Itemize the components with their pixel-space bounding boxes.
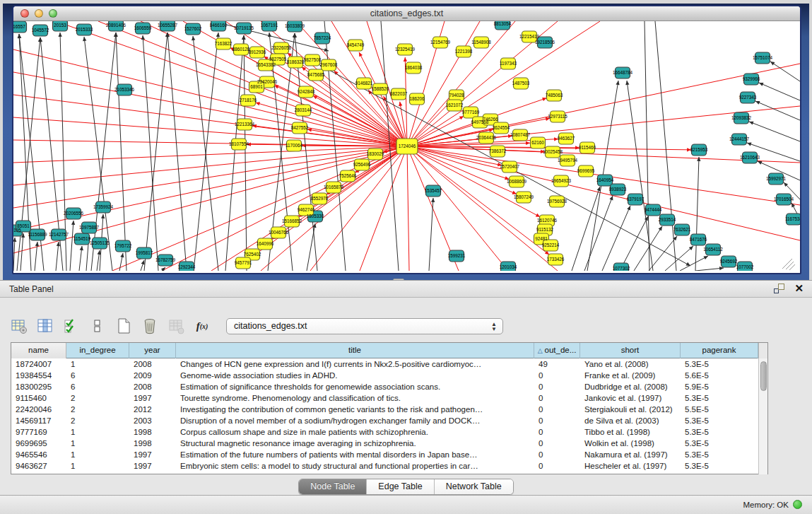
- graph-node-label: 1995817: [136, 250, 153, 255]
- graph-node-label: 10046766: [269, 230, 289, 235]
- graph-node-label: 85051: [17, 223, 30, 228]
- table-cell: 2: [66, 392, 129, 404]
- graph-node-label: 8466160: [210, 23, 228, 28]
- graph-node-label: 2015333: [76, 27, 93, 32]
- graph-node-label: 12973115: [548, 114, 567, 119]
- graph-node-label: 8475685: [307, 72, 325, 77]
- table-cell: 5.3E-5: [681, 460, 758, 472]
- graph-node-label: 11156889: [28, 232, 47, 237]
- memory-status-label: Memory: OK: [743, 501, 789, 509]
- function-builder-icon[interactable]: f(x): [193, 317, 211, 335]
- table-cell: 0: [534, 426, 580, 438]
- table-cell: 19384554: [11, 370, 66, 381]
- table-row[interactable]: 946554611997Estimation of the future num…: [11, 449, 767, 460]
- scrollbar-thumb[interactable]: [760, 361, 767, 391]
- table-row[interactable]: 977716911998Corpus callosum shape and si…: [11, 426, 767, 438]
- graph-node-label: 20364436: [476, 135, 497, 140]
- table-row[interactable]: 911546021997Tourette syndrome. Phenomeno…: [11, 392, 767, 404]
- graph-node-label: 1201034: [500, 264, 517, 269]
- table-row[interactable]: 946362711997Embryonic stem cells: a mode…: [11, 460, 767, 472]
- select-columns-icon[interactable]: [62, 317, 81, 335]
- table-cell: 2003: [129, 415, 176, 426]
- table-row[interactable]: 969969511998Structural magnetic resonanc…: [11, 438, 767, 449]
- graph-node-label: 1292344: [178, 264, 196, 269]
- graph-node-label: 9115132: [536, 227, 554, 232]
- create-column-icon[interactable]: [114, 317, 133, 335]
- graph-node-label: 746266: [483, 117, 498, 122]
- graph-node-label: 1640996: [257, 241, 274, 246]
- table-cell: 5.9E-5: [681, 381, 758, 392]
- table-toolbar: f(x) citations_edges.txt ▲▼: [10, 315, 503, 337]
- float-panel-icon[interactable]: [774, 284, 784, 293]
- graph-node-label: 15166852: [282, 218, 302, 223]
- graph-node-label: 7485063: [546, 93, 563, 98]
- column-header-title[interactable]: title: [176, 343, 534, 358]
- table-selector-dropdown[interactable]: citations_edges.txt ▲▼: [226, 318, 503, 334]
- graph-node-label: 2803144: [295, 107, 312, 112]
- table-cell: 0: [534, 370, 580, 381]
- graph-node-label: 1170064: [286, 143, 303, 148]
- import-table-icon[interactable]: [167, 317, 185, 335]
- close-panel-icon[interactable]: ✕: [794, 284, 804, 293]
- network-window: citations_edges.txt 16557104557220153201…: [12, 5, 801, 274]
- table-row[interactable]: 2242004622012Investigating the contribut…: [11, 404, 767, 415]
- table-cell: Yano et al. (2008): [580, 358, 681, 370]
- table-cell: 5.3E-5: [681, 426, 758, 438]
- graph-node-label: 6379197: [627, 197, 645, 201]
- row-height-icon[interactable]: [88, 317, 107, 335]
- graph-node-label: 1077002: [736, 264, 754, 269]
- graph-node-label: 1830029: [367, 151, 384, 156]
- tab-edge-table[interactable]: Edge Table: [367, 479, 434, 494]
- graph-node-label: 10165878: [324, 185, 344, 189]
- network-desktop: citations_edges.txt 16557104557220153201…: [3, 4, 809, 280]
- graph-node-label: 17016504: [774, 197, 794, 201]
- graph-node-label: 9462746: [298, 207, 315, 212]
- graph-node-label: 1487503: [512, 81, 530, 86]
- graph-node-label: 7632621: [673, 227, 691, 232]
- tab-node-table[interactable]: Node Table: [299, 479, 367, 494]
- network-canvas[interactable]: 1655710455722015320153332089140616065591…: [13, 21, 800, 271]
- graph-node-label: 8912936: [249, 49, 266, 54]
- graph-node-label: 9463627: [558, 136, 575, 141]
- table-cell: 0: [534, 381, 580, 392]
- table-cell: Disruption of a novel member of a sodium…: [176, 415, 534, 426]
- network-graph[interactable]: 1655710455722015320153332089140616065591…: [13, 21, 800, 271]
- table-cell: 6: [66, 370, 129, 381]
- network-window-titlebar[interactable]: citations_edges.txt: [13, 6, 800, 21]
- column-header-year[interactable]: year: [129, 343, 176, 358]
- table-cell: Tourette syndrome. Phenomenology and cla…: [176, 392, 534, 404]
- show-columns-icon[interactable]: [36, 317, 54, 335]
- table-cell: Estimation of significance thresholds fo…: [176, 381, 534, 392]
- table-cell: Nakamura et al. (1997): [580, 449, 681, 460]
- memory-status-icon[interactable]: [793, 500, 802, 509]
- node-table[interactable]: namein_degreeyeartitle△out_de...shortpag…: [11, 342, 768, 474]
- table-row[interactable]: 1456911722003Disruption of a novel membe…: [11, 415, 767, 426]
- table-mode-icon[interactable]: [10, 317, 28, 335]
- table-row[interactable]: 1938455462009Genome-wide association stu…: [11, 370, 767, 381]
- graph-node-label: 16648784: [613, 70, 633, 75]
- table-row[interactable]: 1830029562008Estimation of significance …: [11, 381, 767, 392]
- column-header-name[interactable]: name: [11, 343, 66, 358]
- graph-node-label: 7625402: [244, 252, 261, 257]
- graph-node-label: 12213364: [235, 122, 255, 127]
- graph-node-label: 18107554: [229, 141, 249, 146]
- graph-node-label: 20153: [54, 23, 66, 28]
- tab-network-table[interactable]: Network Table: [435, 479, 513, 494]
- column-header-in_degree[interactable]: in_degree: [66, 343, 129, 358]
- table-cell: 6: [66, 381, 129, 392]
- column-header-short[interactable]: short: [580, 343, 681, 358]
- graph-node-label: 23420046: [257, 79, 278, 84]
- graph-node-label: 9242848: [298, 89, 315, 94]
- delete-column-icon[interactable]: [141, 317, 159, 335]
- graph-node-label: 8215953: [690, 147, 708, 152]
- column-header-pagerank[interactable]: pagerank: [681, 343, 758, 358]
- table-vertical-scrollbar[interactable]: [758, 358, 767, 474]
- table-cell: 1997: [129, 392, 176, 404]
- graph-node-label: 12154769: [430, 40, 451, 45]
- column-header-out_de[interactable]: △out_de...: [534, 343, 580, 358]
- table-cell: 5.3E-5: [681, 415, 758, 426]
- table-cell: 5.3E-5: [681, 449, 758, 460]
- graph-node-label: 1606559: [134, 25, 152, 30]
- table-row[interactable]: 1872400712008Changes of HCN gene express…: [11, 358, 767, 370]
- graph-node-label: 2933514: [659, 217, 676, 222]
